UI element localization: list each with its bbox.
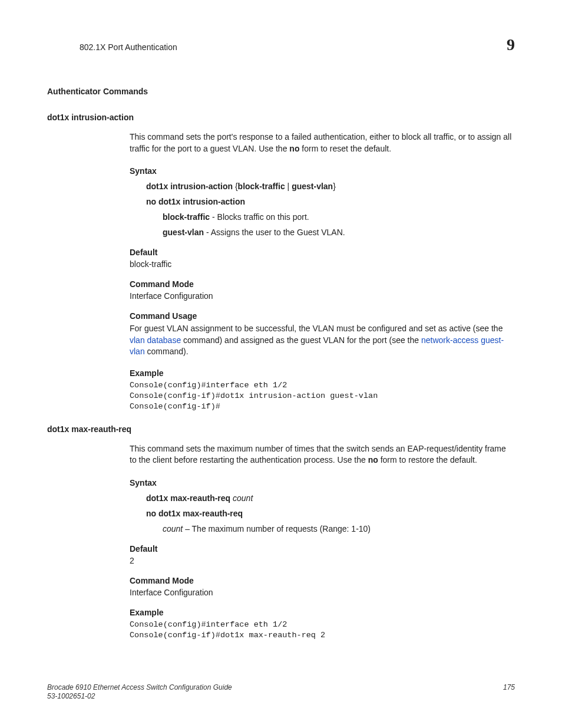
example-heading: Example [130,608,515,617]
default-heading: Default [130,248,515,257]
text: command). [145,347,189,356]
command-title-max-reauth-req: dot1x max-reauth-req [47,424,515,434]
text-bold: no [368,455,378,465]
default-heading: Default [130,544,515,554]
syntax-line-no: no dot1x max-reauth-req [146,509,515,518]
default-value: 2 [130,556,515,565]
text-bold: no [289,144,299,153]
usage-text: For guest VLAN assignment to be successf… [130,323,515,358]
header-title: 802.1X Port Authentication [47,42,177,52]
text: { [233,182,238,191]
text: form to restore the default. [378,455,477,465]
default-value: block-traffic [130,259,515,269]
usage-heading: Command Usage [130,311,515,321]
text: command) and assigned as the guest VLAN … [181,335,421,345]
option-guest-vlan: guest-vlan - Assigns the user to the Gue… [163,228,515,237]
mode-value: Interface Configuration [130,588,515,597]
syntax-line: dot1x max-reauth-req count [146,493,515,503]
section-heading: Authenticator Commands [47,87,515,96]
text: | [285,182,292,191]
syntax-heading: Syntax [130,478,515,487]
mode-heading: Command Mode [130,279,515,289]
cmd1-description: This command sets the port's response to… [130,131,515,154]
page-header: 802.1X Port Authentication 9 [47,35,515,54]
text-bold: guest-vlan [292,182,333,191]
text-bold: dot1x max-reauth-req [146,493,233,503]
text-bold: guest-vlan [163,228,204,237]
command-title-intrusion-action: dot1x intrusion-action [47,113,515,122]
example-code: Console(config)#interface eth 1/2 Consol… [130,380,515,413]
mode-value: Interface Configuration [130,291,515,301]
chapter-number: 9 [507,35,515,54]
text: – The maximum number of requests (Range:… [183,524,371,533]
footer-guide-title: Brocade 6910 Ethernet Access Switch Conf… [47,683,232,693]
footer-doc-number: 53-1002651-02 [47,692,232,701]
text: - Assigns the user to the Guest VLAN. [204,228,345,237]
text-bold: dot1x intrusion-action [146,182,233,191]
mode-heading: Command Mode [130,576,515,585]
footer-page-number: 175 [503,683,515,701]
text: } [333,182,336,191]
arg-count: count – The maximum number of requests (… [163,524,515,533]
option-block-traffic: block-traffic - Blocks traffic on this p… [163,212,515,222]
text: For guest VLAN assignment to be successf… [130,324,503,333]
example-code: Console(config)#interface eth 1/2 Consol… [130,620,515,641]
syntax-line-no: no dot1x intrusion-action [146,197,515,206]
text-italic: count [233,493,253,503]
cmd2-description: This command sets the maximum number of … [130,443,515,466]
command-body-2: This command sets the maximum number of … [130,443,515,641]
syntax-line: dot1x intrusion-action {block-traffic | … [146,182,515,191]
text-bold: block-traffic [238,182,285,191]
footer-left: Brocade 6910 Ethernet Access Switch Conf… [47,683,232,701]
text: form to reset the default. [299,144,391,153]
link-vlan-database[interactable]: vlan database [130,335,181,345]
example-heading: Example [130,368,515,378]
syntax-heading: Syntax [130,166,515,176]
page: 802.1X Port Authentication 9 Authenticat… [0,0,562,728]
page-footer: Brocade 6910 Ethernet Access Switch Conf… [47,683,515,701]
command-body-1: This command sets the port's response to… [130,131,515,413]
text-bold: block-traffic [163,212,210,222]
text: - Blocks traffic on this port. [210,212,309,222]
text-italic: count [163,524,183,533]
